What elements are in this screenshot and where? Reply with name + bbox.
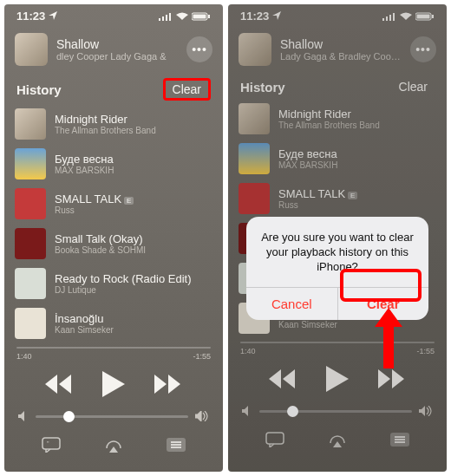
volume-low-icon bbox=[18, 411, 29, 421]
history-heading: History bbox=[16, 82, 62, 97]
wifi-icon bbox=[176, 12, 188, 21]
track-artist: DJ Lutique bbox=[55, 285, 212, 295]
track-title: Буде весна bbox=[55, 153, 212, 166]
playback-scrubber[interactable]: 1:40 -1:55 bbox=[4, 343, 223, 361]
status-time: 11:23 bbox=[16, 10, 45, 23]
track-art bbox=[15, 268, 46, 299]
alert-overlay: Are you sure you want to clear your play… bbox=[228, 4, 447, 472]
svg-rect-6 bbox=[208, 15, 210, 18]
track-title: SMALL TALKE bbox=[55, 192, 212, 205]
svg-rect-5 bbox=[193, 14, 206, 18]
svg-rect-2 bbox=[166, 15, 167, 21]
svg-rect-7 bbox=[42, 438, 60, 449]
annotation-arrow-icon bbox=[371, 308, 406, 368]
now-playing[interactable]: Shallow dley Cooper Lady Gaga & ••• bbox=[4, 26, 223, 73]
history-row[interactable]: SMALL TALKE Russ bbox=[15, 184, 223, 224]
playback-controls bbox=[4, 361, 223, 406]
history-row[interactable]: Small Talk (Okay) Booka Shade & SOHMI bbox=[15, 224, 223, 264]
status-right bbox=[159, 12, 211, 21]
history-list[interactable]: Midnight Rider The Allman Brothers Band … bbox=[4, 104, 223, 343]
volume-thumb[interactable] bbox=[63, 411, 75, 422]
track-art bbox=[15, 108, 46, 140]
track-artist: The Allman Brothers Band bbox=[55, 126, 212, 135]
track-artist: MAX BARSKIH bbox=[55, 166, 212, 175]
track-artist: Booka Shade & SOHMI bbox=[55, 245, 212, 255]
confirm-clear-alert: Are you sure you want to clear your play… bbox=[246, 217, 428, 320]
time-remaining: -1:55 bbox=[193, 352, 211, 361]
location-icon bbox=[49, 10, 57, 23]
battery-icon bbox=[192, 12, 211, 21]
more-button[interactable]: ••• bbox=[186, 36, 212, 62]
airplay-button[interactable] bbox=[104, 437, 123, 456]
track-title: Ready to Rock (Radio Edit) bbox=[55, 272, 212, 285]
queue-button[interactable] bbox=[167, 438, 186, 455]
phone-right: 11:23 Shallow Lady Gaga & Bradley Cooper… bbox=[228, 4, 447, 472]
now-playing-title: Shallow bbox=[56, 37, 178, 51]
lyrics-button[interactable]: " bbox=[42, 437, 61, 456]
alert-cancel-button[interactable]: Cancel bbox=[246, 288, 338, 320]
bottom-toolbar: " bbox=[4, 430, 223, 465]
svg-rect-0 bbox=[159, 18, 160, 21]
signal-icon bbox=[159, 12, 173, 21]
track-art bbox=[15, 228, 46, 259]
track-art bbox=[15, 188, 46, 219]
track-title: Small Talk (Okay) bbox=[55, 232, 212, 245]
history-row[interactable]: Midnight Rider The Allman Brothers Band bbox=[15, 104, 223, 144]
track-art bbox=[15, 148, 46, 179]
track-title: Midnight Rider bbox=[55, 113, 212, 126]
status-bar: 11:23 bbox=[4, 4, 223, 26]
track-title: İnsanoğlu bbox=[55, 312, 212, 325]
time-elapsed: 1:40 bbox=[16, 352, 32, 361]
svg-rect-3 bbox=[169, 13, 171, 21]
volume-slider[interactable] bbox=[4, 406, 223, 430]
track-artist: Russ bbox=[55, 205, 212, 215]
history-row[interactable]: İnsanoğlu Kaan Simseker bbox=[15, 303, 223, 343]
history-row[interactable]: Ready to Rock (Radio Edit) DJ Lutique bbox=[15, 264, 223, 303]
svg-rect-1 bbox=[162, 16, 164, 21]
volume-high-icon bbox=[195, 411, 209, 421]
explicit-badge: E bbox=[124, 197, 134, 205]
rewind-button[interactable] bbox=[43, 375, 73, 397]
svg-text:": " bbox=[47, 440, 49, 447]
track-artist: Kaan Simseker bbox=[55, 325, 212, 335]
play-button[interactable] bbox=[102, 371, 125, 401]
phone-left: 11:23 Shallow dley Cooper Lady Gaga & ••… bbox=[4, 4, 223, 472]
history-row[interactable]: Буде весна MAX BARSKIH bbox=[15, 144, 223, 184]
track-art bbox=[15, 308, 46, 339]
clear-history-button[interactable]: Clear bbox=[163, 78, 211, 101]
forward-button[interactable] bbox=[154, 375, 184, 397]
annotation-highlight bbox=[340, 269, 422, 302]
now-playing-artist: dley Cooper Lady Gaga & bbox=[56, 51, 178, 62]
now-playing-art bbox=[15, 33, 48, 66]
